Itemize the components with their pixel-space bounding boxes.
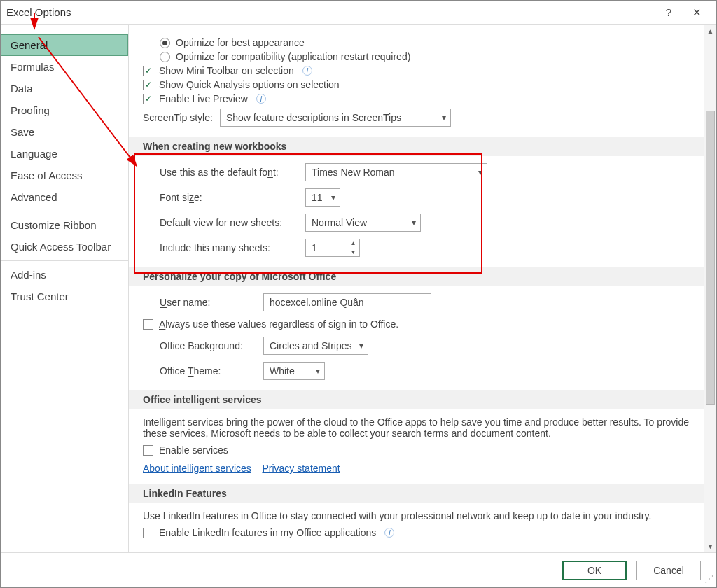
info-icon[interactable] <box>384 528 394 538</box>
sheets-count-spinner[interactable]: 1 ▲▼ <box>305 239 360 257</box>
check-enable-services[interactable] <box>143 445 153 456</box>
sidebar-item-general[interactable]: General <box>1 34 128 56</box>
check-mini-toolbar-label: Show Mini Toolbar on selection <box>159 65 294 76</box>
sidebar-item-trust-center[interactable]: Trust Center <box>1 286 128 307</box>
help-button[interactable]: ? <box>655 6 683 18</box>
linkedin-desc: Use LinkedIn features in Office to stay … <box>143 510 694 522</box>
scrollbar-thumb[interactable] <box>706 111 715 405</box>
scroll-up-icon[interactable]: ▲ <box>704 24 716 37</box>
sidebar-item-data[interactable]: Data <box>1 78 128 99</box>
dialog-footer: OK Cancel ⋰ <box>1 552 716 587</box>
section-new-workbooks: When creating new workbooks <box>129 136 704 156</box>
info-icon[interactable] <box>302 66 312 76</box>
check-enable-linkedin[interactable] <box>143 528 153 538</box>
scroll-down-icon[interactable]: ▼ <box>704 540 716 552</box>
check-quick-analysis-label: Show Quick Analysis options on selection <box>159 79 340 90</box>
font-size-select[interactable]: 11 <box>305 188 340 206</box>
sidebar-item-save[interactable]: Save <box>1 121 128 143</box>
check-live-preview-label: Enable Live Preview <box>159 93 248 104</box>
link-about-intelligent[interactable]: About intelligent services <box>143 463 251 474</box>
excel-options-dialog: Excel Options ? ✕ General Formulas Data … <box>0 0 717 588</box>
content-pane: Optimize for best appearance Optimize fo… <box>129 24 716 552</box>
titlebar: Excel Options ? ✕ <box>1 1 716 24</box>
user-name-input[interactable]: hocexcel.online Quân <box>263 293 431 312</box>
office-background-label: Office Background: <box>160 340 258 351</box>
spinner-up-icon[interactable]: ▲ <box>347 239 359 248</box>
resize-grip-icon[interactable]: ⋰ <box>704 575 714 585</box>
sheets-count-label: Include this many sheets: <box>160 242 300 253</box>
ok-button[interactable]: OK <box>562 561 627 580</box>
section-intelligent: Office intelligent services <box>129 390 704 410</box>
sidebar-item-formulas[interactable]: Formulas <box>1 56 128 78</box>
check-live-preview[interactable] <box>143 94 153 104</box>
section-personalize: Personalize your copy of Microsoft Offic… <box>129 267 704 286</box>
sidebar-item-language[interactable]: Language <box>1 143 128 164</box>
default-view-label: Default view for new sheets: <box>160 217 300 228</box>
sidebar-item-customize-ribbon[interactable]: Customize Ribbon <box>1 214 128 236</box>
sidebar: General Formulas Data Proofing Save Lang… <box>1 24 129 552</box>
window-title: Excel Options <box>6 6 655 18</box>
office-theme-label: Office Theme: <box>160 365 258 377</box>
check-quick-analysis[interactable] <box>143 80 153 90</box>
check-always-use-label: Always use these values regardless of si… <box>159 318 398 330</box>
sidebar-item-advanced[interactable]: Advanced <box>1 186 128 208</box>
sidebar-item-proofing[interactable]: Proofing <box>1 99 128 121</box>
radio-optimize-compat[interactable] <box>160 52 170 62</box>
check-enable-services-label: Enable services <box>159 444 228 456</box>
close-button[interactable]: ✕ <box>683 6 711 19</box>
radio-optimize-compat-label: Optimize for compatibility (application … <box>176 51 410 62</box>
screentip-select[interactable]: Show feature descriptions in ScreenTips <box>220 108 451 127</box>
office-theme-select[interactable]: White <box>263 362 325 380</box>
spinner-down-icon[interactable]: ▼ <box>347 248 359 257</box>
link-privacy-statement[interactable]: Privacy statement <box>262 463 340 474</box>
check-mini-toolbar[interactable] <box>143 66 153 76</box>
sidebar-item-quick-access-toolbar[interactable]: Quick Access Toolbar <box>1 236 128 258</box>
default-font-label: Use this as the default font: <box>160 167 300 178</box>
vertical-scrollbar[interactable]: ▲ ▼ <box>704 24 716 552</box>
sidebar-item-ease-of-access[interactable]: Ease of Access <box>1 164 128 186</box>
section-linkedin: LinkedIn Features <box>129 484 704 503</box>
user-name-label: User name: <box>160 297 258 308</box>
intelligent-desc: Intelligent services bring the power of … <box>143 416 694 439</box>
check-always-use[interactable] <box>143 319 153 330</box>
radio-optimize-appearance[interactable] <box>160 38 170 48</box>
screentip-label: ScreenTip style: <box>143 112 213 123</box>
default-view-select[interactable]: Normal View <box>305 214 421 232</box>
info-icon[interactable] <box>256 94 266 104</box>
check-enable-linkedin-label: Enable LinkedIn features in my Office ap… <box>159 527 376 538</box>
font-size-label: Font size: <box>160 192 300 203</box>
sidebar-item-add-ins[interactable]: Add-ins <box>1 264 128 286</box>
cancel-button[interactable]: Cancel <box>636 561 701 580</box>
office-background-select[interactable]: Circles and Stripes <box>263 337 368 355</box>
radio-optimize-appearance-label: Optimize for best appearance <box>176 37 305 48</box>
default-font-select[interactable]: Times New Roman <box>305 163 487 181</box>
